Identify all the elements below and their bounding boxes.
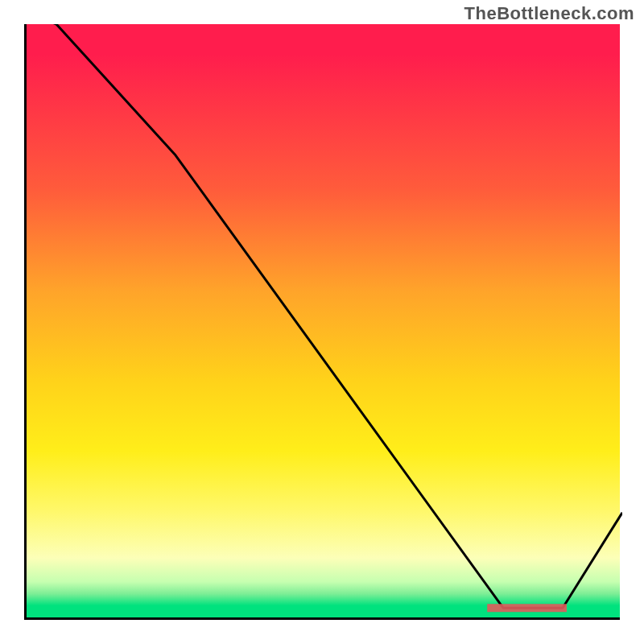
plot-area	[24, 24, 620, 620]
chart-container: TheBottleneck.com	[0, 0, 644, 644]
watermark-text: TheBottleneck.com	[464, 3, 634, 24]
bottleneck-curve	[27, 24, 622, 608]
plot-svg	[27, 24, 622, 620]
